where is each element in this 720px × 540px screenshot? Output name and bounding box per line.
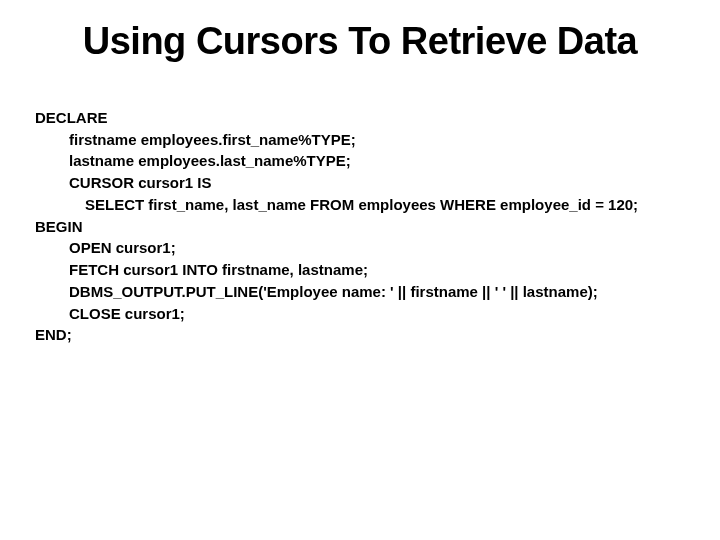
code-line: BEGIN: [35, 218, 83, 235]
page-title: Using Cursors To Retrieve Data: [35, 20, 685, 63]
code-line: lastname employees.last_name%TYPE;: [69, 150, 351, 172]
code-line: FETCH cursor1 INTO firstname, lastname;: [69, 259, 368, 281]
slide: Using Cursors To Retrieve Data DECLARE f…: [0, 0, 720, 368]
code-line: SELECT first_name, last_name FROM employ…: [85, 194, 638, 216]
code-line: DECLARE: [35, 109, 108, 126]
code-block: DECLARE firstname employees.first_name%T…: [35, 85, 685, 368]
code-line: CLOSE cursor1;: [69, 303, 185, 325]
code-line: CURSOR cursor1 IS: [69, 172, 212, 194]
code-line: firstname employees.first_name%TYPE;: [69, 129, 356, 151]
code-line: OPEN cursor1;: [69, 237, 176, 259]
code-line: END;: [35, 326, 72, 343]
code-line: DBMS_OUTPUT.PUT_LINE('Employee name: ' |…: [69, 281, 598, 303]
